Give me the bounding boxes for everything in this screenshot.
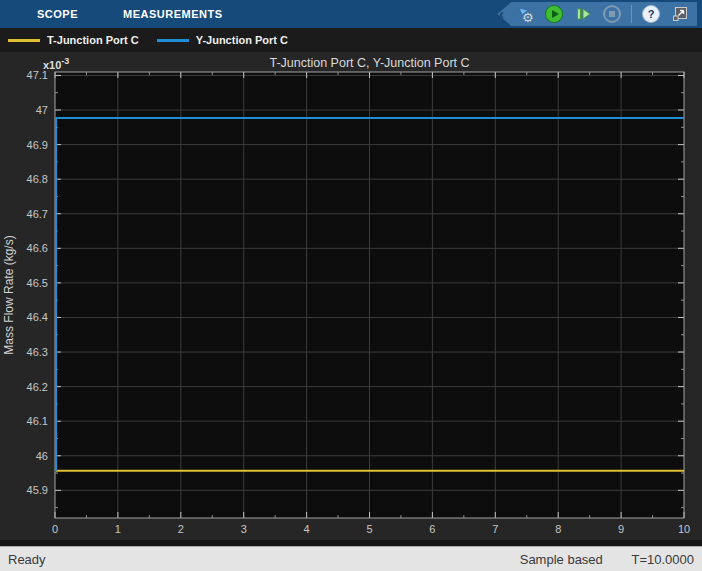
legend-bar: T-Junction Port C Y-Junction Port C <box>0 28 702 52</box>
svg-text:46.9: 46.9 <box>27 139 48 151</box>
simulation-settings-button[interactable]: ⚙ <box>515 3 535 25</box>
svg-text:0: 0 <box>52 523 58 535</box>
scope-plot[interactable]: 01234567891045.94646.146.246.346.446.546… <box>0 52 702 540</box>
run-button[interactable] <box>544 3 564 25</box>
svg-text:46.2: 46.2 <box>27 381 48 393</box>
svg-text:46.4: 46.4 <box>27 311 48 323</box>
pop-out-icon <box>671 5 689 23</box>
step-forward-button[interactable] <box>573 3 593 25</box>
line-swatch-icon <box>157 39 189 42</box>
toolbar-quick-actions: ‹ ⚙ ? <box>497 2 697 26</box>
legend-label: T-Junction Port C <box>47 34 139 46</box>
legend-label: Y-Junction Port C <box>196 34 288 46</box>
sim-time-text: T=10.0000 <box>631 552 694 567</box>
svg-text:5: 5 <box>366 523 372 535</box>
svg-text:46.1: 46.1 <box>27 415 48 427</box>
toolstrip: SCOPE MEASUREMENTS ‹ ⚙ <box>0 0 702 28</box>
step-forward-icon <box>574 5 592 23</box>
collapse-chevron-icon[interactable]: ‹ <box>499 3 504 25</box>
svg-text:8: 8 <box>555 523 561 535</box>
svg-text:46.3: 46.3 <box>27 346 48 358</box>
status-text: Ready <box>8 552 46 567</box>
y-scale-label: x10-3 <box>43 56 69 71</box>
legend-item-y-junction[interactable]: Y-Junction Port C <box>157 34 288 46</box>
tab-measurements[interactable]: MEASUREMENTS <box>117 8 229 20</box>
x-tick-labels: 012345678910 <box>52 523 690 535</box>
help-icon: ? <box>642 5 660 23</box>
svg-text:4: 4 <box>304 523 310 535</box>
chart-area: 01234567891045.94646.146.246.346.446.546… <box>0 52 702 540</box>
svg-text:⚙: ⚙ <box>522 10 534 24</box>
y-axis-label: Mass Flow Rate (kg/s) <box>2 235 16 354</box>
pop-out-button[interactable] <box>670 3 690 25</box>
tab-scope[interactable]: SCOPE <box>31 8 84 20</box>
status-right: Sample based T=10.0000 <box>520 552 694 567</box>
help-button[interactable]: ? <box>641 3 661 25</box>
svg-text:7: 7 <box>492 523 498 535</box>
status-bar: Ready Sample based T=10.0000 <box>0 546 702 571</box>
svg-text:10: 10 <box>678 523 690 535</box>
svg-text:46.8: 46.8 <box>27 173 48 185</box>
stop-icon <box>603 5 621 23</box>
scope-window: SCOPE MEASUREMENTS ‹ ⚙ <box>0 0 702 571</box>
svg-text:1: 1 <box>115 523 121 535</box>
y-tick-labels: 45.94646.146.246.346.446.546.646.746.846… <box>27 69 48 496</box>
svg-text:9: 9 <box>618 523 624 535</box>
legend-item-t-junction[interactable]: T-Junction Port C <box>8 34 139 46</box>
run-icon <box>545 5 563 23</box>
svg-text:47.1: 47.1 <box>27 69 48 81</box>
svg-text:46.5: 46.5 <box>27 277 48 289</box>
toolbar-separator <box>631 5 632 23</box>
svg-text:46: 46 <box>36 450 48 462</box>
svg-text:47: 47 <box>36 104 48 116</box>
stop-button[interactable] <box>602 3 622 25</box>
svg-text:3: 3 <box>241 523 247 535</box>
svg-text:2: 2 <box>178 523 184 535</box>
svg-text:46.7: 46.7 <box>27 208 48 220</box>
svg-text:45.9: 45.9 <box>27 484 48 496</box>
gear-pennant-icon: ⚙ <box>516 5 535 24</box>
line-swatch-icon <box>8 39 40 42</box>
svg-text:6: 6 <box>429 523 435 535</box>
sample-mode-text: Sample based <box>520 552 603 567</box>
chart-title: T-Junction Port C, Y-Junction Port C <box>269 56 469 70</box>
svg-text:46.6: 46.6 <box>27 242 48 254</box>
